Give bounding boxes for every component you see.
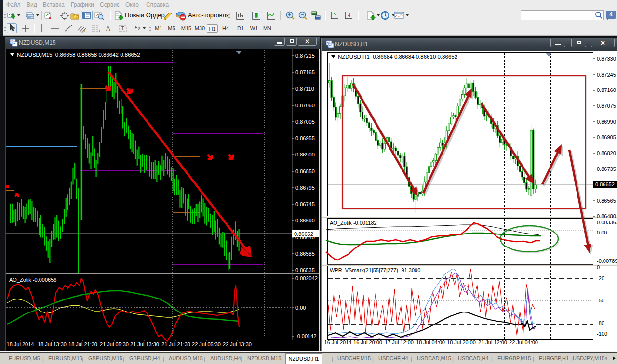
svg-text:-0.00142: -0.00142: [295, 333, 316, 339]
svg-text:0.87075: 0.87075: [597, 103, 616, 109]
svg-text:0.87160: 0.87160: [597, 87, 616, 93]
svg-text:0.87245: 0.87245: [597, 72, 616, 78]
svg-text:0.002042: 0.002042: [295, 275, 318, 281]
svg-text:0.86585: 0.86585: [295, 251, 315, 257]
svg-text:F: F: [99, 29, 101, 33]
svg-text:18 Jul 04:00: 18 Jul 04:00: [416, 339, 445, 345]
svg-text:0.86820: 0.86820: [597, 150, 616, 156]
svg-text:17 Jul 12:00: 17 Jul 12:00: [385, 339, 414, 345]
svg-text:0.87215: 0.87215: [295, 53, 315, 59]
svg-text:18 Jul 20:00: 18 Jul 20:00: [447, 339, 476, 345]
svg-text:0.00: 0.00: [295, 305, 306, 311]
svg-text:21 Jul 05:30: 21 Jul 05:30: [100, 341, 129, 347]
svg-text:0.86905: 0.86905: [597, 134, 616, 140]
svg-text:21 Jul 12:00: 21 Jul 12:00: [478, 339, 507, 345]
svg-text:21 Jul 21:30: 21 Jul 21:30: [161, 341, 190, 347]
svg-text:0.86690: 0.86690: [295, 218, 315, 223]
svg-text:E: E: [84, 29, 87, 33]
svg-text:0.00: 0.00: [597, 230, 607, 235]
svg-text:0.86565: 0.86565: [597, 198, 616, 204]
svg-text:0.86850: 0.86850: [295, 169, 315, 174]
svg-text:0.86735: 0.86735: [597, 166, 616, 172]
svg-text:22 Jul 04:00: 22 Jul 04:00: [509, 339, 538, 345]
svg-text:AO_Zotik -0.000656: AO_Zotik -0.000656: [9, 277, 56, 283]
svg-text:0.003362: 0.003362: [597, 220, 617, 225]
svg-text:0.87060: 0.87060: [295, 103, 315, 108]
svg-text:0.87110: 0.87110: [295, 86, 314, 91]
svg-text:0.86990: 0.86990: [597, 119, 616, 125]
svg-text:-80: -80: [597, 320, 604, 326]
svg-text:-0.007895: -0.007895: [597, 258, 617, 264]
svg-text:16 Jul 20:00: 16 Jul 20:00: [353, 339, 382, 345]
svg-text:NZDUSD,H1 0.86684 0.86684 0.8: NZDUSD,H1 0.86684 0.86684 0.86610 0.8665…: [338, 54, 457, 60]
svg-text:0.86652: 0.86652: [595, 182, 615, 187]
svg-text:0.87005: 0.87005: [295, 119, 315, 125]
svg-text:16 Jul 2014: 16 Jul 2014: [324, 339, 352, 345]
svg-text:-20: -20: [597, 275, 604, 281]
svg-text:-100: -100: [597, 331, 607, 337]
svg-text:22 Jul 05:30: 22 Jul 05:30: [192, 341, 221, 347]
svg-text:0.86652: 0.86652: [294, 231, 313, 237]
svg-text:18 Jul 21:30: 18 Jul 21:30: [68, 341, 97, 347]
svg-text:WPR_VSmark(21|55|77|277) -91.3: WPR_VSmark(21|55|77|277) -91.3090: [330, 267, 420, 273]
svg-text:22 Jul 13:30: 22 Jul 13:30: [223, 341, 252, 347]
svg-text:-50: -50: [597, 298, 604, 303]
svg-text:0.86745: 0.86745: [295, 201, 315, 207]
svg-text:NZDUSD,M15 0.86658 0.86658 0.: NZDUSD,M15 0.86658 0.86658 0.86642 0.866…: [17, 52, 140, 58]
svg-text:0.86480: 0.86480: [597, 213, 616, 219]
svg-text:0.86900: 0.86900: [295, 152, 315, 157]
svg-text:0.87165: 0.87165: [295, 69, 315, 75]
svg-text:18 Jul 2014: 18 Jul 2014: [7, 341, 34, 347]
svg-text:0.87330: 0.87330: [597, 56, 616, 62]
svg-text:0.86955: 0.86955: [295, 135, 315, 141]
svg-text:21 Jul 13:30: 21 Jul 13:30: [130, 341, 159, 347]
svg-text:18 Jul 13:30: 18 Jul 13:30: [38, 341, 67, 347]
svg-text:T: T: [121, 26, 124, 31]
svg-text:AO_Zotik -0.001182: AO_Zotik -0.001182: [330, 220, 377, 226]
svg-text:0.86535: 0.86535: [295, 267, 315, 273]
svg-text:0: 0: [597, 264, 600, 270]
svg-text:0.86795: 0.86795: [295, 185, 315, 191]
